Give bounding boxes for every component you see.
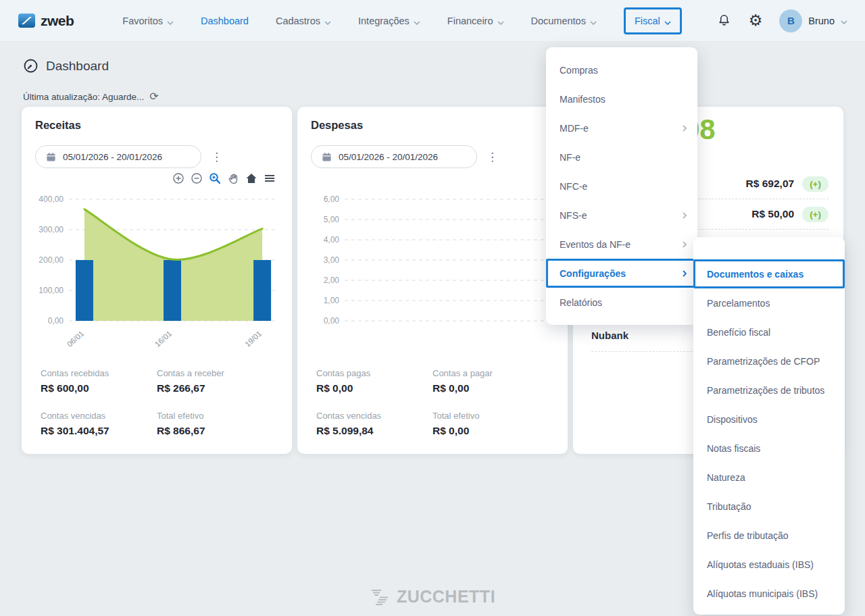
submenu-item-natureza[interactable]: Natureza: [693, 463, 845, 492]
despesas-more-options-icon[interactable]: ⋮: [487, 151, 498, 163]
receitas-chart-toolbar: [35, 172, 278, 184]
nav-item-fiscal[interactable]: Fiscal: [624, 7, 682, 34]
receitas-more-options-icon[interactable]: ⋮: [211, 151, 222, 163]
menu-item-relatorios[interactable]: Relatórios: [546, 288, 697, 317]
calendar-icon: [46, 152, 56, 162]
footer-brand-text: ZUCCHETTI: [397, 587, 495, 607]
menu-item-eventos-da-nf-e[interactable]: Eventos da NF-e: [546, 230, 697, 259]
menu-item-mdf-e[interactable]: MDF-e: [546, 113, 697, 143]
receitas-date-range-picker[interactable]: 05/01/2026 - 20/01/2026: [35, 145, 201, 168]
settings-gear-icon[interactable]: ⚙: [749, 13, 763, 28]
user-menu[interactable]: B Bruno: [779, 9, 847, 32]
svg-text:06/01: 06/01: [66, 330, 85, 349]
calendar-icon: [322, 152, 332, 162]
chevron-right-icon: [683, 212, 687, 219]
nav-item-financeiro[interactable]: Financeiro: [447, 15, 504, 27]
nav-item-favoritos[interactable]: Favoritos: [122, 15, 174, 27]
stat-total-efetivo: Total efetivo R$ 0,00: [432, 411, 554, 437]
svg-text:5,00: 5,00: [324, 215, 340, 224]
page-header: Dashboard: [23, 58, 109, 74]
svg-text:2,00: 2,00: [324, 276, 340, 285]
submenu-item-beneficio-fiscal[interactable]: Benefício fiscal: [693, 317, 845, 346]
user-name: Bruno: [808, 16, 835, 26]
menu-item-nf-e[interactable]: NF-e: [546, 143, 697, 172]
menu-item-configuracoes[interactable]: Configurações: [546, 259, 697, 288]
chevron-right-icon: [683, 125, 687, 132]
submenu-item-parametrizacoes-de-cfop[interactable]: Parametrizações de CFOP: [693, 346, 845, 376]
top-navbar: zweb Favoritos Dashboard Cadastros Integ…: [0, 0, 865, 42]
nav-item-cadastros[interactable]: Cadastros: [276, 15, 331, 27]
svg-text:200,00: 200,00: [39, 255, 64, 265]
despesas-card: Despesas 05/01/2026 - 20/01/2026 ⋮ 0,001…: [297, 107, 568, 454]
chevron-down-icon: [664, 16, 671, 27]
stat-contas-recebidas: Contas recebidas R$ 600,00: [41, 368, 157, 394]
svg-text:6,00: 6,00: [324, 195, 340, 204]
last-update-text: Última atualização: Aguarde...: [23, 92, 144, 102]
stat-contas-vencidas: Contas vencidas R$ 301.404,57: [41, 411, 157, 437]
add-transaction-button[interactable]: (+): [802, 207, 829, 222]
chevron-right-icon: [683, 241, 687, 248]
nav-item-dashboard[interactable]: Dashboard: [201, 16, 249, 26]
menu-item-manifestos[interactable]: Manifestos: [546, 84, 697, 113]
chevron-down-icon: [497, 16, 504, 27]
submenu-item-dispositivos[interactable]: Dispositivos: [693, 405, 845, 434]
submenu-item-documentos-e-caixas[interactable]: Documentos e caixas: [693, 259, 845, 288]
zucchetti-logo-icon: [370, 588, 390, 606]
despesas-date-range: 05/01/2026 - 20/01/2026: [339, 152, 438, 162]
chevron-down-icon: [590, 16, 597, 27]
pan-hand-icon[interactable]: [227, 172, 239, 184]
last-update-row: Última atualização: Aguarde... ⟳: [23, 91, 159, 102]
chevron-down-icon: [324, 16, 331, 27]
logo-text: zweb: [41, 13, 74, 29]
chevron-down-icon: [167, 16, 174, 27]
submenu-item-perfis-de-tributacao[interactable]: Perfis de tributação: [693, 521, 845, 550]
nav-item-documentos[interactable]: Documentos: [531, 15, 597, 27]
svg-text:0,00: 0,00: [48, 316, 64, 326]
submenu-item-aliquotas-municipais-ibs[interactable]: Alíquotas municipais (IBS): [693, 579, 845, 608]
main-nav: Favoritos Dashboard Cadastros Integraçõe…: [122, 7, 681, 34]
zoom-selection-icon[interactable]: [209, 172, 221, 184]
stat-contas-a-pagar: Contas a pagar R$ 0,00: [432, 368, 554, 394]
refresh-icon[interactable]: ⟳: [149, 91, 158, 102]
zoom-in-icon[interactable]: [172, 172, 184, 184]
stat-contas-a-receber: Contas a receber R$ 266,67: [157, 368, 278, 394]
receitas-title: Receitas: [35, 119, 278, 132]
svg-text:300,00: 300,00: [39, 225, 64, 234]
chevron-down-icon: [841, 15, 847, 27]
avatar: B: [779, 9, 802, 32]
bank-name: Nubank: [591, 330, 628, 341]
svg-text:19/01: 19/01: [243, 330, 263, 349]
menu-item-nfc-e[interactable]: NFC-e: [546, 172, 697, 201]
stat-total-efetivo: Total efetivo R$ 866,67: [157, 411, 278, 437]
despesas-chart[interactable]: 0,001,002,003,004,005,006,00: [311, 188, 554, 361]
submenu-item-parcelamentos[interactable]: Parcelamentos: [693, 288, 845, 317]
menu-item-compras[interactable]: Compras: [546, 55, 697, 84]
fiscal-dropdown-menu: Compras Manifestos MDF-e NF-e NFC-e NFS-…: [546, 47, 697, 325]
svg-text:16/01: 16/01: [153, 330, 173, 349]
chevron-down-icon: [414, 16, 420, 27]
svg-text:3,00: 3,00: [324, 255, 340, 265]
nav-item-integracoes[interactable]: Integrações: [358, 15, 420, 27]
menu-item-nfs-e[interactable]: NFS-e: [546, 201, 697, 230]
stat-contas-pagas: Contas pagas R$ 0,00: [316, 368, 432, 394]
chart-menu-icon[interactable]: [264, 172, 276, 184]
receitas-chart[interactable]: 0,00100,00200,00300,00400,0006/0116/0119…: [35, 188, 278, 361]
submenu-item-tributacao[interactable]: Tributação: [693, 492, 845, 521]
app-logo[interactable]: zweb: [18, 11, 74, 30]
notifications-bell-icon[interactable]: [716, 13, 732, 28]
submenu-item-aliquotas-estaduais-ibs[interactable]: Alíquotas estaduais (IBS): [693, 550, 845, 579]
despesas-stats: Contas pagas R$ 0,00 Contas a pagar R$ 0…: [311, 368, 554, 437]
svg-text:100,00: 100,00: [39, 286, 64, 295]
page-title: Dashboard: [46, 59, 109, 74]
chevron-right-icon: [683, 270, 687, 277]
despesas-title: Despesas: [311, 119, 554, 132]
dashboard-gauge-icon: [23, 58, 39, 74]
add-transaction-button[interactable]: (+): [802, 176, 829, 192]
zweb-logo-icon: [18, 11, 36, 30]
zoom-out-icon[interactable]: [191, 172, 203, 184]
home-reset-icon[interactable]: [245, 172, 257, 184]
submenu-item-parametrizacoes-de-tributos[interactable]: Parametrizações de tributos: [693, 376, 845, 405]
receitas-date-range: 05/01/2026 - 20/01/2026: [63, 152, 162, 162]
despesas-date-range-picker[interactable]: 05/01/2026 - 20/01/2026: [311, 145, 477, 168]
submenu-item-notas-fiscais[interactable]: Notas fiscais: [693, 434, 845, 463]
